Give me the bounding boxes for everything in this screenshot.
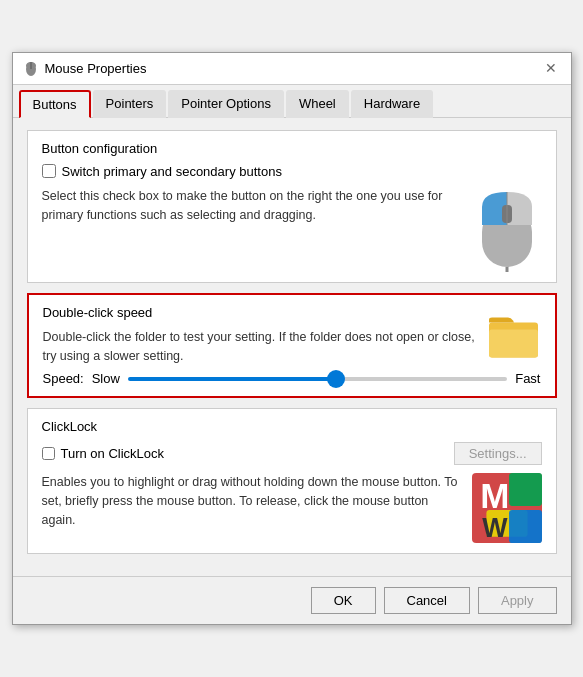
clicklock-description: Enables you to highlight or drag without… bbox=[42, 473, 462, 529]
close-button[interactable]: ✕ bbox=[541, 58, 561, 78]
dialog-footer: OK Cancel Apply bbox=[13, 576, 571, 624]
clicklock-section: ClickLock Turn on ClickLock Settings... … bbox=[27, 408, 557, 554]
button-config-title: Button configuration bbox=[42, 141, 542, 156]
clicklock-title: ClickLock bbox=[42, 419, 542, 434]
svg-rect-13 bbox=[509, 473, 542, 506]
double-click-title: Double-click speed bbox=[43, 305, 476, 320]
double-click-section: Double-click speed Double-click the fold… bbox=[27, 293, 557, 399]
folder-icon[interactable] bbox=[486, 305, 541, 365]
button-configuration-section: Button configuration Switch primary and … bbox=[27, 130, 557, 283]
button-config-body: Select this check box to make the button… bbox=[42, 187, 542, 272]
clicklock-checkbox[interactable] bbox=[42, 447, 55, 460]
svg-text:M: M bbox=[480, 476, 509, 515]
primary-secondary-row: Switch primary and secondary buttons bbox=[42, 164, 542, 179]
title-bar: Mouse Properties ✕ bbox=[13, 53, 571, 85]
double-click-description: Double-click the folder to test your set… bbox=[43, 328, 476, 366]
tab-buttons[interactable]: Buttons bbox=[19, 90, 91, 118]
mouse-properties-dialog: Mouse Properties ✕ Buttons Pointers Poin… bbox=[12, 52, 572, 626]
title-bar-left: Mouse Properties bbox=[23, 60, 147, 76]
tab-pointers[interactable]: Pointers bbox=[93, 90, 167, 118]
clicklock-settings-button[interactable]: Settings... bbox=[454, 442, 542, 465]
clicklock-left: Turn on ClickLock bbox=[42, 446, 165, 461]
speed-row: Speed: Slow Fast bbox=[43, 371, 541, 386]
title-mouse-icon bbox=[23, 60, 39, 76]
tab-hardware[interactable]: Hardware bbox=[351, 90, 433, 118]
apply-button[interactable]: Apply bbox=[478, 587, 557, 614]
cancel-button[interactable]: Cancel bbox=[384, 587, 470, 614]
mouse-illustration bbox=[472, 187, 542, 272]
tab-bar: Buttons Pointers Pointer Options Wheel H… bbox=[13, 85, 571, 118]
ok-button[interactable]: OK bbox=[311, 587, 376, 614]
speed-slider[interactable] bbox=[128, 377, 507, 381]
clicklock-row: Turn on ClickLock Settings... bbox=[42, 442, 542, 465]
window-title: Mouse Properties bbox=[45, 61, 147, 76]
svg-rect-8 bbox=[489, 329, 538, 357]
svg-text:W: W bbox=[482, 513, 508, 543]
button-config-description: Select this check box to make the button… bbox=[42, 187, 462, 225]
tab-content: Button configuration Switch primary and … bbox=[13, 118, 571, 577]
speed-slider-wrapper bbox=[128, 377, 507, 381]
ms-logo-icon: M W bbox=[472, 473, 542, 543]
svg-rect-14 bbox=[509, 510, 542, 543]
fast-label: Fast bbox=[515, 371, 540, 386]
clicklock-body: Enables you to highlight or drag without… bbox=[42, 473, 542, 543]
switch-buttons-label[interactable]: Switch primary and secondary buttons bbox=[62, 164, 282, 179]
tab-pointer-options[interactable]: Pointer Options bbox=[168, 90, 284, 118]
double-click-header: Double-click speed Double-click the fold… bbox=[43, 305, 541, 366]
slow-label: Slow bbox=[92, 371, 120, 386]
double-click-text: Double-click speed Double-click the fold… bbox=[43, 305, 476, 366]
speed-label: Speed: bbox=[43, 371, 84, 386]
tab-wheel[interactable]: Wheel bbox=[286, 90, 349, 118]
clicklock-label[interactable]: Turn on ClickLock bbox=[61, 446, 165, 461]
switch-buttons-checkbox[interactable] bbox=[42, 164, 56, 178]
